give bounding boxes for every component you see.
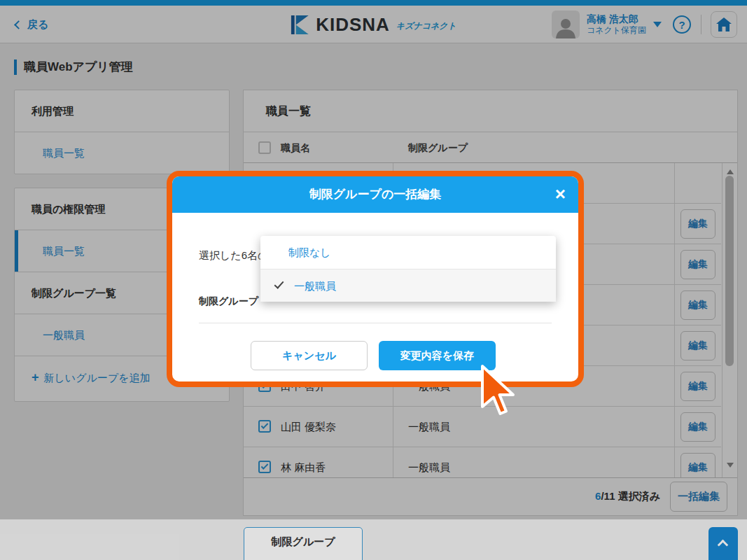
bottom-dim-overlay — [0, 519, 747, 560]
modal-body: 選択した6名の 制限グループ 制限なし 一般職員 キャンセル 変更内容を保存 — [172, 213, 578, 382]
app-window: 戻る KIDSNA キズナコネクト 高橋 浩太郎 コネクト保育園 — [0, 0, 747, 560]
bulk-edit-modal: 制限グループの一括編集 × 選択した6名の 制限グループ 制限なし 一般職員 キ… — [167, 171, 584, 387]
option-label: 制限なし — [288, 236, 331, 269]
field-label: 制限グループ — [199, 295, 258, 308]
modal-divider — [199, 323, 552, 323]
group-dropdown-menu: 制限なし 一般職員 — [260, 236, 556, 302]
dropdown-option-no-restriction[interactable]: 制限なし — [260, 236, 556, 269]
close-icon[interactable]: × — [555, 176, 566, 211]
option-label: 一般職員 — [294, 270, 336, 302]
modal-description: 選択した6名の — [199, 249, 268, 262]
save-button[interactable]: 変更内容を保存 — [379, 341, 496, 370]
check-icon — [274, 279, 284, 288]
cancel-button[interactable]: キャンセル — [251, 341, 368, 370]
modal-header: 制限グループの一括編集 × — [172, 176, 578, 213]
modal-title: 制限グループの一括編集 — [172, 176, 578, 213]
dropdown-option-general-staff[interactable]: 一般職員 — [260, 269, 556, 302]
